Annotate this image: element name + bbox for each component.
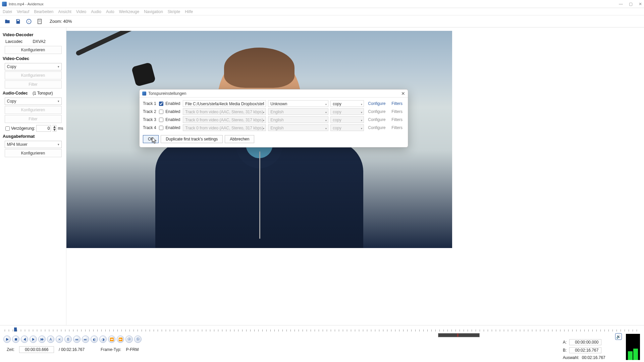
chevron-down-icon: ▾ xyxy=(263,102,264,107)
track-filters-button[interactable]: Filters xyxy=(389,125,405,130)
chevron-down-icon: ▾ xyxy=(361,102,362,107)
video-codec-configure-button[interactable]: Konfigurieren xyxy=(5,71,62,79)
video-codec-filter-button[interactable]: Filter xyxy=(5,80,62,88)
selection-value: 00:02:16.767 xyxy=(582,355,605,360)
prev-frame-icon[interactable] xyxy=(21,336,28,343)
track-label: Track 4 xyxy=(143,125,157,130)
set-b-marker-icon[interactable]: B xyxy=(64,336,72,343)
delay-input[interactable] xyxy=(36,125,51,132)
timeline[interactable] xyxy=(0,325,644,334)
track-language-select[interactable]: English▾ xyxy=(268,116,328,123)
track-configure-button[interactable]: Configure xyxy=(366,117,387,122)
chevron-down-icon: ▾ xyxy=(325,102,327,107)
track-enabled-checkbox[interactable] xyxy=(159,110,163,114)
dialog-close-icon[interactable]: ✕ xyxy=(401,91,405,96)
menu-skripte[interactable]: Skripte xyxy=(168,9,180,14)
menu-hilfe[interactable]: Hilfe xyxy=(185,9,193,14)
open-file-icon[interactable] xyxy=(3,17,11,25)
output-configure-button[interactable]: Konfigurieren xyxy=(5,149,62,157)
track-filters-button[interactable]: Filters xyxy=(389,101,405,106)
selection-label: Auswahl: xyxy=(563,355,579,360)
ok-button[interactable]: OK xyxy=(143,135,159,143)
track-language-select[interactable]: English▾ xyxy=(268,124,328,131)
chevron-down-icon: ▾ xyxy=(325,126,327,131)
track-source-select[interactable]: File C:/Users/stefa/4eck Media Dropbox/s… xyxy=(183,100,266,107)
close-icon[interactable]: ✕ xyxy=(639,2,642,6)
goto-b-icon[interactable]: ⓑ xyxy=(134,336,142,343)
track-configure-button[interactable]: Configure xyxy=(366,125,387,130)
track-row: Track 1EnabledFile C:/Users/stefa/4eck M… xyxy=(143,100,405,108)
calculator-icon[interactable] xyxy=(36,17,44,25)
track-codec-select[interactable]: copy▾ xyxy=(330,124,364,131)
output-format-select[interactable]: MP4 Muxer▾ xyxy=(5,141,62,148)
time-current[interactable]: 00:00:03.666 xyxy=(19,346,54,353)
decoder-configure-button[interactable]: Konfigurieren xyxy=(5,46,62,54)
goto-start-icon[interactable]: ⏪ xyxy=(108,336,115,343)
menu-datei[interactable]: Datei xyxy=(3,9,12,14)
info-icon[interactable]: i xyxy=(25,17,33,25)
track-enabled-checkbox[interactable] xyxy=(159,102,163,106)
track-source-select[interactable]: Track 0 from video (AAC, Stereo, 317 kbp… xyxy=(183,116,266,123)
next-black-icon[interactable]: ◑ xyxy=(99,336,107,343)
delete-icon[interactable]: ✕ xyxy=(56,336,63,343)
chevron-down-icon: ▾ xyxy=(361,126,362,131)
track-configure-button[interactable]: Configure xyxy=(366,101,387,106)
next-keyframe-icon[interactable]: ⏭ xyxy=(82,336,89,343)
track-source-select[interactable]: Track 0 from video (AAC, Stereo, 317 kbp… xyxy=(183,108,266,115)
next-frame-icon[interactable] xyxy=(30,336,37,343)
bottom-panel: A ✕ B ⏮ ⏭ ◐ ◑ ⏪ ⏩ ⓐ ⓑ Zeit: 00:00:03.666… xyxy=(0,325,644,362)
dialog-icon xyxy=(142,92,146,96)
timeline-marker[interactable] xyxy=(14,327,17,331)
decoder-lavcodec: Lavcodec xyxy=(5,39,22,44)
audio-codec-configure-button[interactable]: Konfigurieren xyxy=(5,106,62,114)
save-file-icon[interactable] xyxy=(14,17,22,25)
chevron-down-icon: ▾ xyxy=(263,118,264,123)
fast-forward-icon[interactable] xyxy=(38,336,46,343)
chevron-down-icon: ▾ xyxy=(58,100,59,103)
track-row: Track 2EnabledTrack 0 from video (AAC, S… xyxy=(143,108,405,116)
track-filters-button[interactable]: Filters xyxy=(389,117,405,122)
track-codec-select[interactable]: copy▾ xyxy=(330,100,364,107)
track-filters-button[interactable]: Filters xyxy=(389,109,405,114)
maximize-icon[interactable]: ▢ xyxy=(629,2,633,6)
cancel-button[interactable]: Abbrechen xyxy=(225,135,254,143)
goto-a-icon[interactable]: ⓐ xyxy=(125,336,133,343)
goto-end-icon[interactable]: ⏩ xyxy=(117,336,124,343)
menu-ansicht[interactable]: Ansicht xyxy=(58,9,71,14)
sidebar: Video-Decoder Lavcodec DXVA2 Konfigurier… xyxy=(0,27,66,325)
prev-black-icon[interactable]: ◐ xyxy=(91,336,98,343)
track-codec-select[interactable]: copy▾ xyxy=(330,116,364,123)
track-enabled-checkbox[interactable] xyxy=(159,126,163,130)
menu-navigation[interactable]: Navigation xyxy=(144,9,163,14)
delay-spinner[interactable]: ▲▼ xyxy=(52,125,56,132)
menu-werkzeuge[interactable]: Werkzeuge xyxy=(119,9,139,14)
track-configure-button[interactable]: Configure xyxy=(366,109,387,114)
delay-label: Verzögerung: xyxy=(11,126,35,131)
audio-codec-filter-button[interactable]: Filter xyxy=(5,115,62,123)
menu-video[interactable]: Video xyxy=(76,9,86,14)
menu-bearbeiten[interactable]: Bearbeiten xyxy=(34,9,53,14)
stop-icon[interactable] xyxy=(12,336,19,343)
track-language-select[interactable]: English▾ xyxy=(268,108,328,115)
set-a-marker-icon[interactable]: A xyxy=(47,336,54,343)
window-title: Intro.mp4 - Avidemux xyxy=(9,2,619,6)
track-codec-select[interactable]: copy▾ xyxy=(330,108,364,115)
menu-verlauf[interactable]: Verlauf xyxy=(17,9,29,14)
track-language-select[interactable]: Unknown▾ xyxy=(268,100,328,107)
b-label: B: xyxy=(563,348,567,353)
prev-keyframe-icon[interactable]: ⏮ xyxy=(73,336,80,343)
chevron-down-icon: ▾ xyxy=(58,65,59,68)
menu-audio[interactable]: Audio xyxy=(91,9,101,14)
toolbar: i Zoom: 40% xyxy=(0,15,644,27)
video-codec-select[interactable]: Copy▾ xyxy=(5,63,62,70)
audio-codec-select[interactable]: Copy▾ xyxy=(5,98,62,105)
track-enabled-checkbox[interactable] xyxy=(159,118,163,122)
delay-checkbox[interactable] xyxy=(5,126,10,131)
play-icon[interactable] xyxy=(3,336,11,343)
duplicate-settings-button[interactable]: Duplicate first track's settings xyxy=(161,135,223,143)
mic-arm-decor xyxy=(75,31,138,56)
track-source-select[interactable]: Track 0 from video (AAC, Stereo, 317 kbp… xyxy=(183,124,266,131)
chevron-down-icon: ▾ xyxy=(263,110,264,115)
minimize-icon[interactable]: — xyxy=(619,2,623,6)
menu-auto[interactable]: Auto xyxy=(106,9,114,14)
